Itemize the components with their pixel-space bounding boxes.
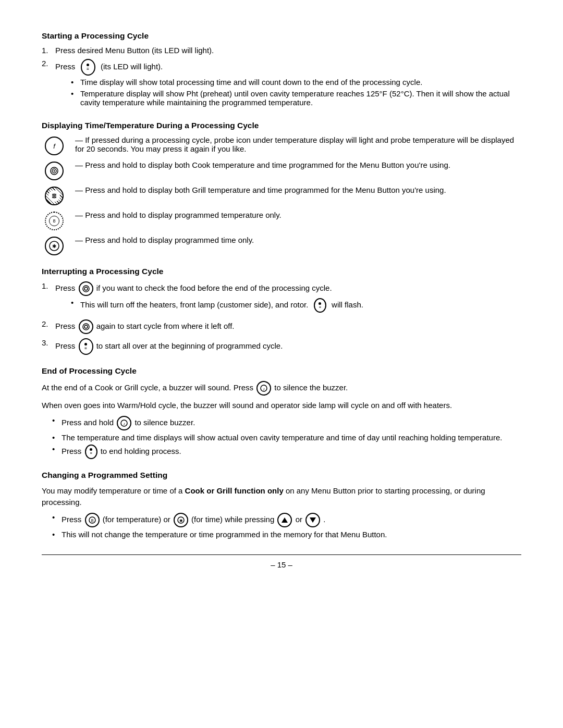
svg-text:✱: ✱ xyxy=(52,243,56,249)
temp-only-icon-cell: 8 xyxy=(42,211,67,230)
icon-row-temp-only: 8 — Press and hold to display programmed… xyxy=(42,211,521,230)
starting-item-2-bullets: Time display will show total processing … xyxy=(55,78,521,107)
section-changing-title: Changing a Programmed Setting xyxy=(42,471,521,480)
changing-paragraph-1: You may modify temperature or time of a … xyxy=(42,485,521,509)
interrupting-item-1-bullets: This will turn off the heaters, front la… xyxy=(55,298,363,313)
end-bullets: Press and hold ♪ to silence buzzer. The … xyxy=(42,416,521,459)
end-bullet-2: The temperature and time displays will s… xyxy=(52,433,521,442)
probe-icon-text: — If pressed during a processing cycle, … xyxy=(75,135,521,153)
temp-only-icon: 8 xyxy=(45,212,64,230)
section-interrupting-title: Interrupting a Processing Cycle xyxy=(42,267,521,276)
probe-icon: f xyxy=(45,137,64,155)
icon-row-cook-temp: — Press and hold to display both Cook te… xyxy=(42,161,521,180)
cook-temp-svg xyxy=(49,166,59,176)
svg-point-6 xyxy=(84,287,88,290)
end-paragraph-1: At the end of a Cook or Grill cycle, a b… xyxy=(42,381,521,396)
interrupting-item-3: 3. Press ≡ to start all over at the begi… xyxy=(42,338,521,355)
time-only-icon: ✱ xyxy=(45,237,64,255)
starting-list: 1. Press desired Menu Button (its LED wi… xyxy=(42,46,521,109)
starting-item-2: 2. Press ≡ (its LED will light). Time di… xyxy=(42,59,521,109)
section-starting-title: Starting a Processing Cycle xyxy=(42,31,521,41)
end-paragraph-2: When oven goes into Warm/Hold cycle, the… xyxy=(42,400,521,412)
end-bullet-3: Press ≡ to end holding process. xyxy=(52,445,521,459)
icon-row-probe: f — If pressed during a processing cycle… xyxy=(42,135,521,155)
up-arrow-icon xyxy=(277,513,292,527)
section-end-title: End of Processing Cycle xyxy=(42,366,521,376)
temp-only-text: — Press and hold to display programmed t… xyxy=(75,211,521,219)
svg-text:♪: ♪ xyxy=(123,422,125,426)
svg-point-8 xyxy=(84,325,88,328)
svg-point-5 xyxy=(83,286,89,292)
changing-bullet-2: This will not change the temperature or … xyxy=(52,530,521,539)
start-button-icon-3: ≡ xyxy=(79,338,93,355)
icon-row-time-only: ✱ — Press and hold to display programmed… xyxy=(42,236,521,255)
time-only-icon-cell: ✱ xyxy=(42,236,67,255)
grill-temp-text: — Press and hold to display both Grill t… xyxy=(75,186,521,194)
grill-temp-icon-cell xyxy=(42,186,67,205)
temp-btn-icon: 8 xyxy=(85,513,100,527)
page-number: – 15 – xyxy=(271,560,292,569)
start-button-icon: ≡ xyxy=(81,59,95,76)
probe-icon-cell: f xyxy=(42,135,67,155)
bullet-time-display: Time display will show total processing … xyxy=(71,78,521,87)
section-end: End of Processing Cycle At the end of a … xyxy=(42,366,521,459)
stop-cycle-icon-2 xyxy=(79,319,93,334)
interrupting-item-1: 1. Press if you want to check the food b… xyxy=(42,281,521,315)
svg-text:♪: ♪ xyxy=(263,387,265,391)
changing-bullets: Press 8 (for temperature) or ✱ (for time… xyxy=(42,513,521,539)
svg-text:8: 8 xyxy=(91,518,93,523)
section-starting: Starting a Processing Cycle 1. Press des… xyxy=(42,31,521,109)
changing-bullet-1: Press 8 (for temperature) or ✱ (for time… xyxy=(52,513,521,527)
svg-point-2 xyxy=(54,170,55,172)
bullet-temp-display: Temperature display will show Pht (prehe… xyxy=(71,89,521,107)
section-displaying-title: Displaying Time/Temperature During a Pro… xyxy=(42,121,521,130)
page-footer: – 15 – xyxy=(42,554,521,569)
time-only-text: — Press and hold to display programmed t… xyxy=(75,236,521,244)
section-displaying: Displaying Time/Temperature During a Pro… xyxy=(42,121,521,255)
start-flash-icon: ≡ xyxy=(314,298,326,313)
section-changing: Changing a Programmed Setting You may mo… xyxy=(42,471,521,539)
cook-temp-icon-cell xyxy=(42,161,67,180)
time-btn-icon: ✱ xyxy=(174,513,188,527)
buzzer-icon-2: ♪ xyxy=(117,416,131,430)
cook-temp-icon xyxy=(45,162,64,180)
svg-point-7 xyxy=(83,324,89,330)
icon-row-grill-temp: — Press and hold to display both Grill t… xyxy=(42,186,521,205)
interrupting-list: 1. Press if you want to check the food b… xyxy=(42,281,521,355)
start-button-end: ≡ xyxy=(85,445,97,459)
starting-item-1: 1. Press desired Menu Button (its LED wi… xyxy=(42,46,521,55)
bullet-heaters-off: This will turn off the heaters, front la… xyxy=(71,298,363,313)
cook-temp-text: — Press and hold to display both Cook te… xyxy=(75,161,521,169)
svg-text:✱: ✱ xyxy=(179,519,182,523)
buzzer-icon-1: ♪ xyxy=(256,381,271,396)
section-interrupting: Interrupting a Processing Cycle 1. Press… xyxy=(42,267,521,355)
stop-cycle-icon-1 xyxy=(79,281,93,296)
down-arrow-icon xyxy=(305,513,320,527)
interrupting-item-2: 2. Press again to start cycle from where… xyxy=(42,319,521,334)
grill-temp-icon xyxy=(45,187,64,205)
end-bullet-1: Press and hold ♪ to silence buzzer. xyxy=(52,416,521,430)
